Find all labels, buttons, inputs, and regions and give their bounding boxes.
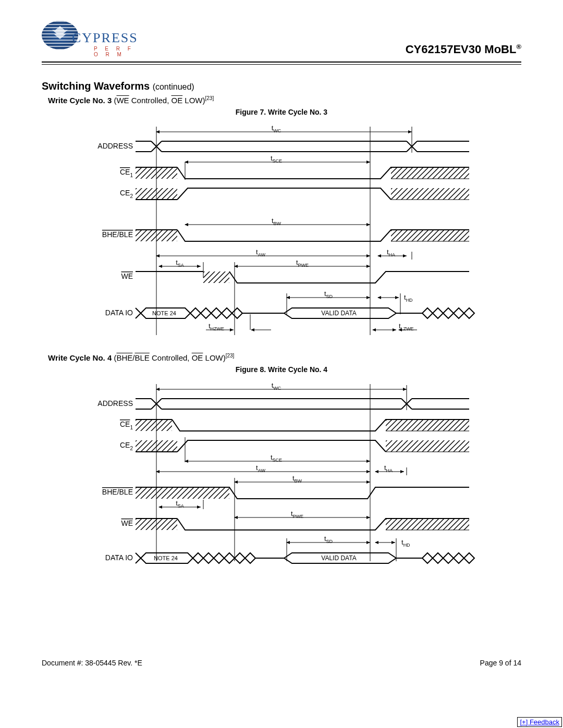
wc3-oe-bar: OE <box>171 96 182 105</box>
svg-text:CE2: CE2 <box>120 441 133 451</box>
svg-text:CE1: CE1 <box>120 420 133 430</box>
svg-text:DATA IO: DATA IO <box>105 309 133 317</box>
section-continued: (continued) <box>153 82 194 91</box>
svg-rect-91 <box>386 440 469 452</box>
svg-text:tAW: tAW <box>256 464 265 473</box>
svg-text:VALID DATA: VALID DATA <box>321 554 356 562</box>
svg-text:tHD: tHD <box>401 538 410 548</box>
logo-subtext: P E R F O R M <box>94 46 136 57</box>
svg-rect-34 <box>391 230 469 241</box>
svg-rect-116 <box>386 519 469 530</box>
wc4-oe-bar: OE <box>192 353 203 362</box>
svg-rect-104 <box>136 487 203 499</box>
wc4-noteref: [23] <box>226 353 235 359</box>
trademark-symbol: ® <box>516 43 521 51</box>
svg-text:tSCE: tSCE <box>271 453 282 463</box>
document-id: Document #: 38-05445 Rev. *E <box>42 659 142 667</box>
svg-rect-25 <box>136 188 177 200</box>
wc4-prefix: Write Cycle No. 4 <box>48 353 112 362</box>
cypress-logo: CYPRESS P E R F O R M <box>42 21 136 58</box>
wc4-ble-bar: BLE <box>134 353 149 362</box>
figure-7-title: Figure 7. Write Cycle No. 3 <box>42 108 521 116</box>
svg-rect-84 <box>136 419 172 431</box>
svg-rect-27 <box>391 188 469 200</box>
wc4-close: LOW) <box>203 353 225 362</box>
svg-text:tLZWE: tLZWE <box>399 322 414 331</box>
figure-8-title: Figure 8. Write Cycle No. 4 <box>42 365 521 374</box>
svg-text:tAW: tAW <box>256 248 265 257</box>
figure-7-diagram: tWC ADDRESS tSCE CE1 CE2 <box>42 121 521 340</box>
svg-text:WE: WE <box>121 519 133 527</box>
svg-rect-114 <box>136 519 177 530</box>
svg-text:tSCE: tSCE <box>271 154 282 164</box>
svg-text:ADDRESS: ADDRESS <box>97 142 133 150</box>
figure-8-diagram: tWC ADDRESS CE1 CE2 <box>42 379 521 566</box>
svg-rect-48 <box>203 272 229 283</box>
svg-rect-89 <box>136 440 177 452</box>
svg-rect-105 <box>203 487 229 499</box>
wc4-bhe-bar: BHE <box>116 353 132 362</box>
wc3-noteref: [23] <box>205 95 214 101</box>
product-name: CY62157EV30 MoBL <box>406 43 517 56</box>
wc3-close: LOW) <box>182 96 205 105</box>
svg-text:tWC: tWC <box>272 124 282 133</box>
svg-rect-86 <box>386 419 469 431</box>
svg-text:tPWE: tPWE <box>291 510 303 519</box>
svg-text:CE1: CE1 <box>120 168 133 178</box>
section-title: Switching Waveforms (continued) <box>42 80 521 92</box>
svg-text:WE: WE <box>121 272 133 280</box>
svg-rect-19 <box>136 167 177 179</box>
logo-text: CYPRESS <box>72 30 138 46</box>
svg-text:DATA IO: DATA IO <box>105 553 133 562</box>
write-cycle-3-heading: Write Cycle No. 3 (WE Controlled, OE LOW… <box>48 95 521 105</box>
svg-text:VALID DATA: VALID DATA <box>321 310 356 317</box>
wc4-mid: Controlled, <box>150 353 192 362</box>
svg-text:tBW: tBW <box>292 474 302 484</box>
svg-text:BHE/BLE: BHE/BLE <box>102 230 133 239</box>
svg-text:BHE/BLE: BHE/BLE <box>102 488 133 496</box>
svg-text:NOTE 24: NOTE 24 <box>152 310 176 316</box>
svg-text:NOTE 24: NOTE 24 <box>154 555 178 561</box>
svg-text:tHD: tHD <box>404 293 413 303</box>
svg-text:tPWE: tPWE <box>296 258 309 268</box>
svg-text:tHZWE: tHZWE <box>209 322 224 331</box>
svg-text:ADDRESS: ADDRESS <box>97 399 133 408</box>
product-title: CY62157EV30 MoBL® <box>406 43 521 58</box>
section-title-text: Switching Waveforms <box>42 80 150 92</box>
page-number: Page 9 of 14 <box>480 659 521 667</box>
header-rule <box>42 61 521 65</box>
wc3-prefix: Write Cycle No. 3 <box>48 96 112 105</box>
write-cycle-4-heading: Write Cycle No. 4 (BHE/BLE Controlled, O… <box>48 353 521 362</box>
svg-text:tBW: tBW <box>272 217 282 226</box>
wc3-we-bar: WE <box>116 96 129 105</box>
svg-rect-21 <box>391 167 469 179</box>
svg-text:tWC: tWC <box>272 381 282 391</box>
wc3-mid: Controlled, <box>129 96 172 105</box>
svg-text:CE2: CE2 <box>120 189 133 199</box>
svg-rect-32 <box>136 230 177 241</box>
